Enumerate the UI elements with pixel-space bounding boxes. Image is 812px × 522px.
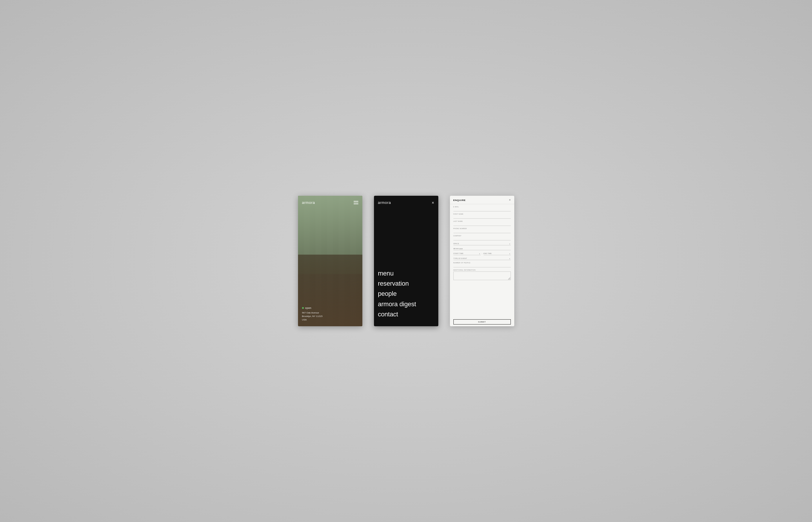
photo-footer: open 567 Oak Avenue Brooklyn, NY 11215 U… (298, 302, 362, 326)
menu-screen: armora × menu reservation people armora … (374, 196, 438, 326)
hamburger-line (354, 204, 358, 204)
form-footer: SUBMIT (450, 318, 514, 326)
form-header: ENQUIRE × (450, 196, 514, 204)
submit-button[interactable]: SUBMIT (453, 319, 511, 324)
additional-info-field-group: ADDITIONAL INFORMATION (453, 269, 511, 280)
company-input[interactable] (453, 237, 511, 240)
phone-label: PHONE NUMBER (453, 228, 511, 229)
people-field-group: NUMBER OF PEOPLE (453, 262, 511, 267)
photo-logo: armora (302, 200, 315, 205)
last-name-input[interactable] (453, 223, 511, 226)
end-time-select-wrapper: END TIME ▾ (483, 252, 511, 255)
phone-field-group: PHONE NUMBER (453, 228, 511, 233)
form-close-icon[interactable]: × (509, 199, 511, 202)
enquire-form-screen: ENQUIRE × E-MAIL FIRST NAME LAST NAME PH… (450, 196, 514, 326)
menu-header: armora × (374, 196, 438, 209)
space-select[interactable]: SPACE (453, 242, 511, 245)
photo-header: armora (298, 196, 362, 209)
date-input[interactable] (453, 247, 511, 250)
open-status: open (302, 306, 358, 309)
photo-screen: armora open 567 Oak Avenue Brooklyn, NY … (298, 196, 362, 326)
nav-item-people[interactable]: people (378, 288, 434, 299)
end-time-select[interactable]: END TIME (483, 252, 511, 255)
hamburger-line (354, 201, 358, 202)
form-body: E-MAIL FIRST NAME LAST NAME PHONE NUMBER… (450, 204, 514, 318)
email-label: E-MAIL (453, 206, 511, 208)
menu-logo: armora (378, 200, 391, 205)
time-field-group: START TIME ▾ - END TIME ▾ (453, 252, 511, 255)
open-label: open (305, 306, 312, 309)
form-title: ENQUIRE (453, 199, 466, 202)
address-line3: USA (302, 318, 358, 322)
space-select-wrapper: SPACE ▾ (453, 242, 511, 245)
address-line2: Brooklyn, NY 11215 (302, 315, 358, 318)
last-name-label: LAST NAME (453, 220, 511, 222)
date-field-group (453, 247, 511, 250)
menu-navigation: menu reservation people armora digest co… (374, 268, 438, 326)
time-row: START TIME ▾ - END TIME ▾ (453, 252, 511, 255)
nav-item-armora-digest[interactable]: armora digest (378, 299, 434, 309)
address: 567 Oak Avenue Brooklyn, NY 11215 USA (302, 311, 358, 322)
email-field-group: E-MAIL (453, 206, 511, 212)
first-name-input[interactable] (453, 216, 511, 219)
nav-item-reservation[interactable]: reservation (378, 278, 434, 288)
company-label: COMPANY (453, 235, 511, 237)
hamburger-line (354, 202, 358, 203)
start-time-field: START TIME ▾ (453, 252, 481, 255)
last-name-field-group: LAST NAME (453, 220, 511, 226)
nav-item-contact[interactable]: contact (378, 309, 434, 319)
event-type-field-group: TYPE OF EVENT ▾ (453, 257, 511, 260)
email-input[interactable] (453, 208, 511, 212)
people-label: NUMBER OF PEOPLE (453, 262, 511, 264)
end-time-field: END TIME ▾ (483, 252, 511, 255)
phone-input[interactable] (453, 230, 511, 233)
start-time-select[interactable]: START TIME (453, 252, 481, 255)
event-type-select[interactable]: TYPE OF EVENT (453, 257, 511, 260)
additional-info-textarea[interactable] (453, 272, 511, 280)
company-field-group: COMPANY (453, 235, 511, 240)
nav-item-menu[interactable]: menu (378, 268, 434, 278)
first-name-label: FIRST NAME (453, 213, 511, 215)
address-line1: 567 Oak Avenue (302, 311, 358, 315)
space-field-group: SPACE ▾ (453, 242, 511, 245)
people-input[interactable] (453, 264, 511, 267)
event-type-select-wrapper: TYPE OF EVENT ▾ (453, 257, 511, 260)
menu-close-icon[interactable]: × (432, 201, 434, 205)
open-dot-icon (302, 307, 304, 309)
additional-info-label: ADDITIONAL INFORMATION (453, 269, 511, 271)
first-name-field-group: FIRST NAME (453, 213, 511, 219)
start-time-select-wrapper: START TIME ▾ (453, 252, 481, 255)
hamburger-menu-icon[interactable] (354, 201, 358, 204)
time-separator: - (482, 253, 482, 255)
